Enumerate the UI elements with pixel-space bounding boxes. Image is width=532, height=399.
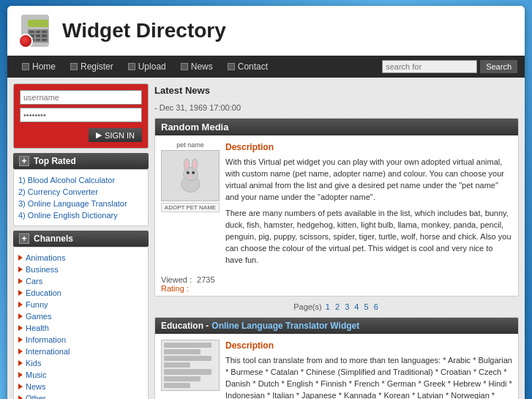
edu-thumbnail (161, 340, 220, 391)
widget1-meta: Viewed : 2735 Rating : (155, 272, 518, 296)
arrow-icon (18, 255, 23, 261)
viewed-label: Viewed : 2735 (161, 275, 215, 284)
channels-title: Channels (34, 234, 73, 244)
widget1-desc-title: Description (225, 141, 512, 154)
thumb-label: pet name (161, 141, 220, 149)
channel-animations[interactable]: Animations (18, 252, 143, 264)
channel-cars[interactable]: Cars (18, 275, 143, 287)
channel-label: Games (26, 312, 51, 321)
edu-category: Education - (161, 321, 209, 331)
thumb-img (161, 150, 220, 201)
arrow-icon (18, 348, 23, 354)
channel-kids[interactable]: Kids (18, 357, 143, 369)
login-box: ▶ SIGN IN (13, 83, 149, 149)
latest-news-title: Latest News (154, 83, 519, 97)
channel-label: Music (26, 370, 47, 379)
password-field[interactable] (20, 108, 142, 122)
top-rated-header: + Top Rated (13, 153, 149, 169)
nav-items: Home Register Upload News Contact (15, 56, 382, 78)
nav-register-checkbox (70, 63, 78, 70)
widget1-desc: Description With this Virtual pet widget… (225, 141, 512, 266)
arrow-icon (18, 290, 23, 296)
widget1-description2: There are many numbers of pets available… (225, 208, 512, 266)
pagination-label: Page(s) (293, 302, 322, 311)
widget1-description1: With this Virtual pet widget you can pla… (225, 157, 512, 204)
widget1-thumbnail: pet name (161, 141, 220, 266)
channel-information[interactable]: Information (18, 334, 143, 346)
signin-button[interactable]: ▶ SIGN IN (89, 128, 142, 142)
svg-point-5 (193, 160, 196, 168)
top-rated-item-1[interactable]: 1) Blood Alcohol Calculator (18, 174, 143, 186)
content-area: ▶ SIGN IN + Top Rated 1) Blood Alcohol C… (7, 78, 525, 399)
nav-upload[interactable]: Upload (121, 56, 173, 78)
channels-box: Animations Business Cars Education (13, 247, 149, 399)
main-container: Widget Directory Home Register Upload Ne… (7, 6, 525, 399)
widget1-header: Random Media (155, 119, 518, 135)
channel-label: Education (26, 288, 61, 297)
arrow-icon (18, 278, 23, 284)
top-rated-item-4[interactable]: 4) Online English Dictionary (18, 209, 143, 221)
channel-other[interactable]: Other (18, 392, 143, 399)
top-rated-item-2[interactable]: 2) Currency Converter (18, 186, 143, 198)
channel-label: News (26, 382, 46, 391)
page-3[interactable]: 3 (345, 302, 349, 311)
page-1[interactable]: 1 (326, 302, 330, 311)
channel-label: Animations (26, 253, 65, 262)
channel-label: Information (26, 335, 66, 344)
channel-label: Business (26, 265, 59, 274)
top-rated-section: + Top Rated 1) Blood Alcohol Calculator … (13, 153, 149, 226)
arrow-icon (18, 337, 23, 343)
nav-home-label: Home (32, 61, 56, 72)
channel-health[interactable]: Health (18, 322, 143, 334)
search-area: Search (382, 60, 517, 73)
top-rated-title: Top Rated (34, 156, 76, 166)
header: Widget Directory (7, 6, 525, 56)
widget-card-1: Random Media pet name (154, 118, 519, 297)
top-rated-box: 1) Blood Alcohol Calculator 2) Currency … (13, 169, 149, 226)
nav-news[interactable]: News (173, 56, 220, 78)
nav-register[interactable]: Register (63, 56, 121, 78)
channel-label: Cars (26, 277, 42, 286)
page-2[interactable]: 2 (335, 302, 340, 311)
channel-music[interactable]: Music (18, 369, 143, 381)
channel-education[interactable]: Education (18, 287, 143, 299)
username-field[interactable] (20, 90, 142, 105)
plus-sign: ▶ (96, 130, 102, 140)
channel-label: Kids (26, 359, 41, 368)
page-5[interactable]: 5 (364, 302, 369, 311)
site-title: Widget Directory (62, 19, 226, 42)
channel-funny[interactable]: Funny (18, 299, 143, 310)
arrow-icon (18, 266, 23, 272)
nav-contact[interactable]: Contact (220, 56, 275, 78)
nav-contact-checkbox (228, 63, 235, 70)
search-button[interactable]: Search (480, 60, 517, 73)
channel-news[interactable]: News (18, 381, 143, 392)
search-input[interactable] (382, 60, 477, 73)
channel-business[interactable]: Business (18, 264, 143, 275)
widget2-desc-title: Description (225, 340, 512, 352)
thumb-footer: ADOPT PET NAME (161, 203, 220, 212)
main-content: Latest News - Dec 31, 1969 17:00:00 Rand… (149, 83, 519, 399)
svg-point-6 (187, 171, 190, 174)
nav-upload-label: Upload (138, 61, 166, 72)
navbar: Home Register Upload News Contact Search (7, 56, 525, 78)
arrow-icon (18, 372, 23, 378)
sidebar: ▶ SIGN IN + Top Rated 1) Blood Alcohol C… (13, 83, 149, 399)
nav-home[interactable]: Home (15, 56, 63, 78)
channels-section: + Channels Animations Business Cars (13, 231, 149, 399)
nav-register-label: Register (80, 61, 113, 72)
page-4[interactable]: 4 (354, 302, 359, 311)
edu-title-link[interactable]: Online Language Translator Widget (211, 321, 359, 331)
top-rated-item-3[interactable]: 3) Online Language Translator (18, 198, 143, 209)
page-6[interactable]: 6 (374, 302, 378, 311)
arrow-icon (18, 325, 23, 331)
widget2-body: Description This tool can translate from… (155, 334, 518, 399)
rating-label: Rating : (161, 284, 189, 293)
arrow-icon (18, 360, 23, 366)
channels-header: + Channels (13, 231, 149, 247)
bunny-svg (171, 156, 211, 196)
channel-international[interactable]: International (18, 346, 143, 357)
channel-games[interactable]: Games (18, 310, 143, 322)
channels-plus-icon: + (19, 234, 29, 244)
widget2-desc: Description This tool can translate from… (225, 340, 512, 399)
